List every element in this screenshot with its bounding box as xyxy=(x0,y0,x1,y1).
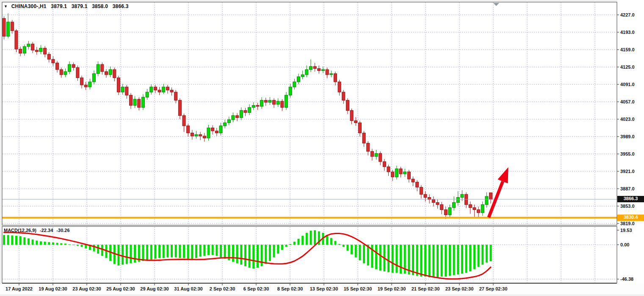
macd-bar xyxy=(69,244,71,245)
time-tick-label: 17 Aug 2022 xyxy=(6,286,33,291)
candle xyxy=(407,172,410,179)
macd-bar xyxy=(249,245,251,268)
macd-bar xyxy=(52,243,54,245)
macd-current-value: -22.34 xyxy=(40,228,53,233)
candle xyxy=(133,99,136,105)
price-axis[interactable] xyxy=(617,0,644,283)
candle xyxy=(64,72,67,75)
candle xyxy=(412,179,415,182)
macd-tick-label: 19.53 xyxy=(620,228,632,233)
macd-bar xyxy=(400,245,402,274)
time-tick-label: 15 Sep 02:30 xyxy=(344,286,372,291)
candle xyxy=(252,105,255,107)
price-tick-label: 4023.0 xyxy=(620,117,635,122)
price-tick-label: 4159.0 xyxy=(620,47,635,52)
candle xyxy=(236,116,239,118)
macd-bar xyxy=(424,245,426,276)
candle xyxy=(121,87,124,92)
macd-bar xyxy=(175,245,177,257)
macd-tick-label: -46.38 xyxy=(620,276,633,282)
macd-bar xyxy=(289,244,291,245)
candle xyxy=(301,75,304,77)
macd-bar xyxy=(269,245,271,261)
chart-canvas[interactable]: 4227.04193.04159.04125.04091.04057.04023… xyxy=(0,0,644,296)
candle xyxy=(182,116,185,126)
macd-bar xyxy=(3,235,5,245)
candle xyxy=(88,82,91,87)
macd-tick-label: 0.00 xyxy=(620,242,629,247)
macd-bar xyxy=(142,245,144,261)
candle xyxy=(93,74,96,82)
price-tick-label: 4125.0 xyxy=(620,64,635,70)
candle xyxy=(326,70,329,75)
candle xyxy=(158,90,161,92)
ohlc-high: 3879.1 xyxy=(72,3,88,9)
price-chart-panel[interactable] xyxy=(2,2,617,225)
candle xyxy=(424,194,427,197)
macd-bar xyxy=(126,245,128,264)
macd-bar xyxy=(183,245,185,258)
candle xyxy=(150,87,153,92)
price-tick-label: 4057.0 xyxy=(620,99,635,104)
price-tick-label: 4091.0 xyxy=(620,82,635,87)
candle xyxy=(268,100,271,102)
macd-bar xyxy=(122,245,124,265)
ohlc-close: 3866.3 xyxy=(113,3,129,9)
candle xyxy=(76,67,79,78)
candle xyxy=(72,64,75,67)
candle xyxy=(469,204,472,207)
candle xyxy=(481,204,484,212)
time-tick-label: 23 Sep 02:30 xyxy=(445,286,474,291)
candle xyxy=(293,82,296,87)
candle xyxy=(318,69,321,71)
candle xyxy=(334,74,337,82)
price-tick-label: 3955.0 xyxy=(620,151,635,156)
candle xyxy=(138,99,141,107)
candle xyxy=(211,128,214,131)
macd-bar xyxy=(199,245,202,257)
candle xyxy=(379,154,382,162)
macd-bar xyxy=(44,242,46,245)
candle xyxy=(248,107,251,112)
candle xyxy=(256,105,259,106)
candle xyxy=(285,95,288,107)
candle xyxy=(264,100,267,102)
candle xyxy=(338,82,341,92)
macd-bar xyxy=(334,241,336,245)
candle xyxy=(404,172,406,174)
candle xyxy=(207,128,210,138)
macd-bar xyxy=(224,245,226,259)
candle xyxy=(432,199,435,202)
macd-bar xyxy=(56,243,58,245)
candle xyxy=(27,44,30,47)
macd-panel[interactable] xyxy=(2,226,617,283)
macd-bar xyxy=(437,245,439,277)
candle xyxy=(35,50,38,52)
macd-bar xyxy=(351,245,353,254)
time-tick-label: 2 Sep 02:30 xyxy=(210,286,235,291)
macd-bar xyxy=(273,245,275,257)
candle xyxy=(129,95,132,105)
candle xyxy=(391,172,394,177)
macd-bar xyxy=(216,245,218,256)
candle xyxy=(187,126,190,133)
candle xyxy=(383,162,386,167)
candle xyxy=(174,92,177,100)
candle xyxy=(440,204,443,209)
macd-bar xyxy=(15,236,17,245)
macd-bar xyxy=(179,245,181,258)
macd-bar xyxy=(371,245,373,268)
candle xyxy=(52,59,55,63)
macd-bar xyxy=(330,238,332,245)
macd-bar xyxy=(293,242,296,245)
candle xyxy=(473,208,476,210)
macd-bar xyxy=(301,236,304,245)
candle xyxy=(203,136,206,138)
candle xyxy=(23,47,26,53)
candle xyxy=(109,70,112,75)
candle xyxy=(461,194,464,197)
candle xyxy=(3,18,6,36)
macd-name: MACD(12,26,9) xyxy=(4,228,36,233)
macd-bar xyxy=(97,245,99,254)
time-tick-label: 29 Aug 02:30 xyxy=(140,286,169,291)
